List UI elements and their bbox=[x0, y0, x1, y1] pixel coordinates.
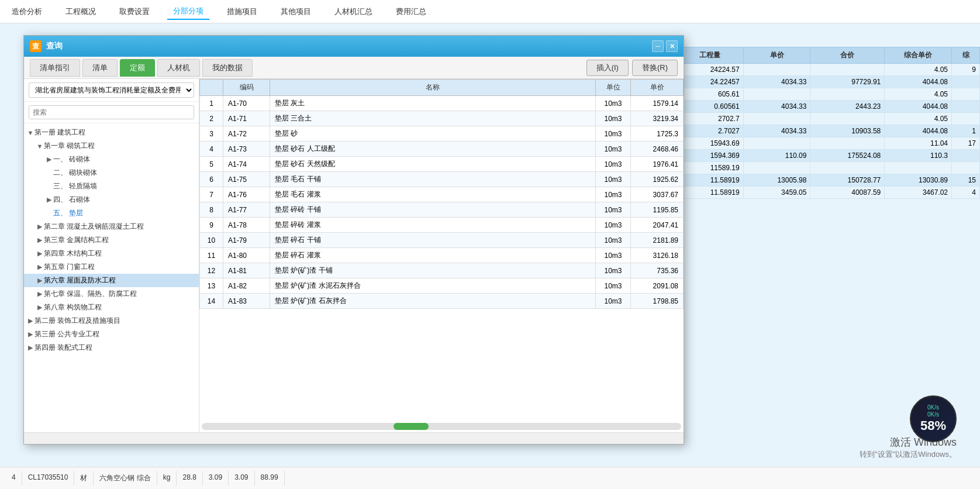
cell-unit-6: 10m3 bbox=[596, 187, 631, 202]
cell-code-13: A1-83 bbox=[223, 294, 270, 309]
tree-item-7[interactable]: ▶第二章 混凝土及钢筋混凝土工程 bbox=[24, 220, 199, 233]
cell-name-3: 垫层 砂石 人工级配 bbox=[270, 142, 596, 157]
cell-price-13: 1798.85 bbox=[631, 294, 684, 309]
tree-item-6[interactable]: 五、 垫层 bbox=[24, 206, 199, 220]
right-cell-5-4: 1 bbox=[952, 125, 980, 137]
tree-item-0[interactable]: ▼第一册 建筑工程 bbox=[24, 126, 199, 139]
tree-item-8[interactable]: ▶第三章 金属结构工程 bbox=[24, 233, 199, 247]
tree-toggle-11[interactable]: ▶ bbox=[36, 277, 44, 284]
cell-unit-9: 10m3 bbox=[596, 233, 631, 248]
th-unit: 单位 bbox=[596, 80, 631, 96]
tree-item-15[interactable]: ▶第三册 公共专业工程 bbox=[24, 328, 199, 341]
nav-item-other-items[interactable]: 其他项目 bbox=[275, 4, 317, 19]
tree-toggle-15[interactable]: ▶ bbox=[26, 330, 34, 338]
left-tree-panel: 湖北省房屋建筑与装饰工程消耗量定额及全费用基价表 ▼第一册 建筑工程▼第一章 砌… bbox=[24, 79, 199, 432]
database-selector[interactable]: 湖北省房屋建筑与装饰工程消耗量定额及全费用基价表 bbox=[29, 82, 194, 98]
tree-toggle-9[interactable]: ▶ bbox=[36, 250, 44, 257]
bottom-unit: kg bbox=[157, 471, 177, 485]
nav-item-sections[interactable]: 分部分项 bbox=[167, 4, 209, 20]
activation-sub-text: 转到"设置"以激活Windows。 bbox=[860, 449, 957, 460]
tree-item-5[interactable]: ▶四、 石砌体 bbox=[24, 193, 199, 206]
quota-row-0[interactable]: 1A1-70垫层 灰土10m31579.14 bbox=[200, 96, 684, 111]
right-cell-6-3: 11.04 bbox=[885, 137, 952, 150]
scrollbar-thumb[interactable] bbox=[394, 423, 429, 430]
tab-labor-material[interactable]: 人材机 bbox=[157, 59, 200, 77]
tree-item-10[interactable]: ▶第五章 门窗工程 bbox=[24, 260, 199, 274]
tree-toggle-1[interactable]: ▼ bbox=[36, 143, 44, 150]
tree-item-9[interactable]: ▶第四章 木结构工程 bbox=[24, 247, 199, 260]
quota-row-10[interactable]: 11A1-80垫层 碎石 灌浆10m33126.18 bbox=[200, 248, 684, 263]
tree-toggle-8[interactable]: ▶ bbox=[36, 236, 44, 244]
tab-my-data[interactable]: 我的数据 bbox=[202, 59, 253, 77]
nav-item-fee-settings[interactable]: 取费设置 bbox=[113, 4, 156, 19]
minimize-button[interactable]: ─ bbox=[652, 40, 664, 52]
tree-item-16[interactable]: ▶第四册 装配式工程 bbox=[24, 341, 199, 354]
cell-no-5: 6 bbox=[200, 172, 223, 187]
tree-toggle-10[interactable]: ▶ bbox=[36, 263, 44, 271]
cell-price-10: 3126.18 bbox=[631, 248, 684, 263]
right-row-5: 2.70274034.3310903.584044.081 bbox=[677, 125, 980, 137]
quota-row-13[interactable]: 14A1-83垫层 炉(矿)渣 石灰拌合10m31798.85 bbox=[200, 294, 684, 309]
right-cell-9-2: 150728.77 bbox=[810, 174, 885, 187]
right-cell-9-0: 11.58919 bbox=[677, 174, 744, 187]
cell-unit-11: 10m3 bbox=[596, 263, 631, 278]
tree-toggle-14[interactable]: ▶ bbox=[26, 317, 34, 325]
replace-button[interactable]: 替换(R) bbox=[632, 60, 678, 76]
search-input[interactable] bbox=[29, 105, 194, 119]
right-row-4: 2702.74.05 bbox=[677, 113, 980, 125]
tree-item-14[interactable]: ▶第二册 装饰工程及措施项目 bbox=[24, 314, 199, 328]
quota-row-2[interactable]: 3A1-72垫层 砂10m31725.3 bbox=[200, 126, 684, 142]
right-row-3: 0.605614034.332443.234044.08 bbox=[677, 101, 980, 113]
tab-list[interactable]: 清单 bbox=[82, 59, 118, 77]
download-speed: 0K/s bbox=[927, 411, 939, 418]
tree-toggle-13[interactable]: ▶ bbox=[36, 304, 44, 311]
tree-label-11: 第六章 屋面及防水工程 bbox=[44, 276, 116, 285]
right-cell-6-0: 15943.69 bbox=[677, 137, 744, 150]
tree-toggle-0[interactable]: ▼ bbox=[26, 129, 34, 136]
quota-row-1[interactable]: 2A1-71垫层 三合土10m33219.34 bbox=[200, 111, 684, 126]
nav-item-cost-summary[interactable]: 费用汇总 bbox=[390, 4, 432, 19]
tree-item-3[interactable]: 二、 砌块砌体 bbox=[24, 166, 199, 180]
right-cell-10-0: 11.58919 bbox=[677, 187, 744, 199]
cell-unit-10: 10m3 bbox=[596, 248, 631, 263]
quota-row-8[interactable]: 9A1-78垫层 碎砖 灌浆10m32047.41 bbox=[200, 218, 684, 233]
bottom-code: CL17035510 bbox=[22, 471, 75, 485]
cell-unit-4: 10m3 bbox=[596, 157, 631, 172]
nav-item-project-overview[interactable]: 工程概况 bbox=[60, 4, 102, 19]
cell-price-1: 3219.34 bbox=[631, 111, 684, 126]
tree-toggle-2[interactable]: ▶ bbox=[45, 156, 53, 163]
tree-toggle-16[interactable]: ▶ bbox=[26, 344, 34, 352]
tree-toggle-7[interactable]: ▶ bbox=[36, 223, 44, 230]
tree-toggle-5[interactable]: ▶ bbox=[45, 196, 53, 204]
cell-price-5: 1925.62 bbox=[631, 172, 684, 187]
quota-row-4[interactable]: 5A1-74垫层 砂石 天然级配10m31976.41 bbox=[200, 157, 684, 172]
quota-row-11[interactable]: 12A1-81垫层 炉(矿)渣 干铺10m3735.36 bbox=[200, 263, 684, 278]
tree-item-4[interactable]: 三、 轻质隔墙 bbox=[24, 180, 199, 193]
tab-quota[interactable]: 定额 bbox=[120, 59, 155, 77]
right-cell-8-0: 11589.19 bbox=[677, 162, 744, 174]
nav-item-cost-analysis[interactable]: 造价分析 bbox=[6, 4, 48, 19]
horizontal-scrollbar[interactable] bbox=[202, 423, 681, 430]
close-button[interactable]: ✕ bbox=[666, 40, 678, 52]
quota-row-7[interactable]: 8A1-77垫层 碎砖 干铺10m31195.85 bbox=[200, 202, 684, 218]
nav-item-labor-summary[interactable]: 人材机汇总 bbox=[329, 4, 378, 19]
quota-row-6[interactable]: 7A1-76垫层 毛石 灌浆10m33037.67 bbox=[200, 187, 684, 202]
quota-row-5[interactable]: 6A1-75垫层 毛石 干铺10m31925.62 bbox=[200, 172, 684, 187]
quota-row-9[interactable]: 10A1-79垫层 碎石 干铺10m32181.89 bbox=[200, 233, 684, 248]
insert-button[interactable]: 插入(I) bbox=[586, 60, 629, 76]
tree-label-3: 二、 砌块砌体 bbox=[53, 168, 97, 178]
th-code: 编码 bbox=[223, 80, 270, 96]
quota-row-3[interactable]: 4A1-73垫层 砂石 人工级配10m32468.46 bbox=[200, 142, 684, 157]
cell-code-3: A1-73 bbox=[223, 142, 270, 157]
tree-item-12[interactable]: ▶第七章 保温、隔热、防腐工程 bbox=[24, 287, 199, 301]
right-cell-4-0: 2702.7 bbox=[677, 113, 744, 125]
tree-item-2[interactable]: ▶一、 砖砌体 bbox=[24, 153, 199, 166]
nav-item-measures[interactable]: 措施项目 bbox=[221, 4, 263, 19]
tree-item-1[interactable]: ▼第一章 砌筑工程 bbox=[24, 139, 199, 153]
quota-row-12[interactable]: 13A1-82垫层 炉(矿)渣 水泥石灰拌合10m32091.08 bbox=[200, 278, 684, 294]
tree-toggle-12[interactable]: ▶ bbox=[36, 290, 44, 298]
tree-item-13[interactable]: ▶第八章 构筑物工程 bbox=[24, 301, 199, 314]
right-cell-7-4 bbox=[952, 150, 980, 162]
tree-item-11[interactable]: ▶第六章 屋面及防水工程 bbox=[24, 274, 199, 287]
tab-list-guide[interactable]: 清单指引 bbox=[30, 59, 80, 77]
